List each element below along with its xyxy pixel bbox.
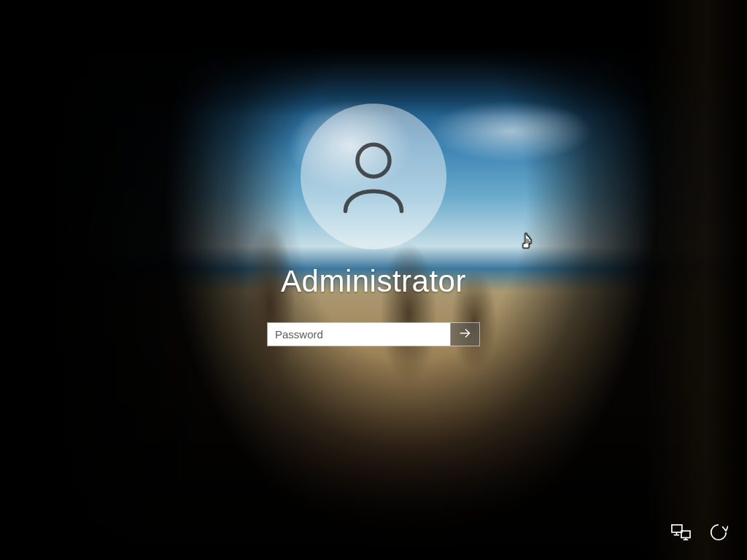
ease-of-access-icon	[709, 523, 728, 545]
user-icon	[333, 135, 414, 218]
password-input[interactable]	[268, 323, 450, 346]
background-shadow	[0, 0, 219, 560]
login-panel: Administrator	[267, 104, 480, 346]
password-row	[267, 322, 480, 346]
system-tray	[670, 524, 729, 544]
username-label: Administrator	[281, 264, 466, 299]
user-avatar	[301, 104, 446, 249]
ease-of-access-button[interactable]	[708, 524, 729, 544]
svg-rect-5	[681, 531, 690, 537]
svg-point-0	[357, 144, 390, 176]
svg-rect-2	[672, 525, 682, 532]
background-shadow	[645, 0, 747, 560]
mouse-cursor	[521, 232, 537, 252]
network-button[interactable]	[670, 524, 692, 544]
submit-button[interactable]	[450, 323, 479, 346]
arrow-right-icon	[457, 325, 473, 343]
network-icon	[670, 523, 692, 545]
